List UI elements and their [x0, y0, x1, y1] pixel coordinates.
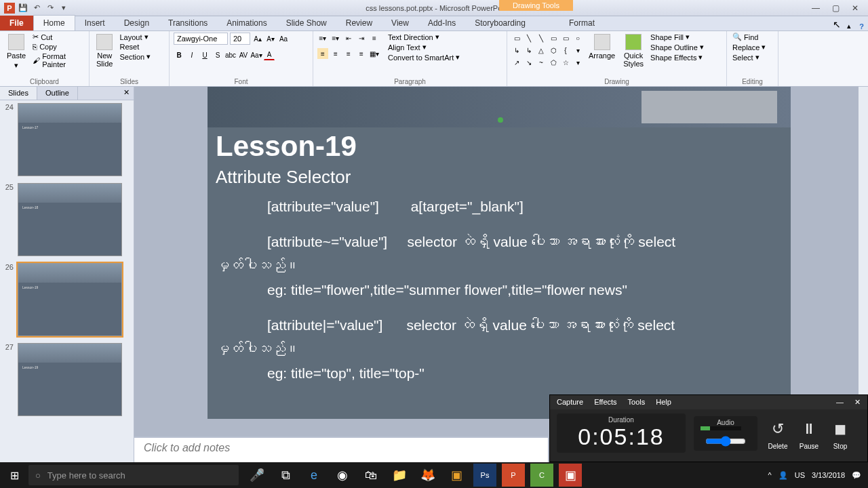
slide-title[interactable]: Lesson-19: [208, 127, 791, 165]
chrome-icon[interactable]: ◉: [331, 464, 354, 487]
store-icon[interactable]: 🛍: [359, 464, 382, 487]
tab-view[interactable]: View: [382, 16, 418, 30]
tab-transitions[interactable]: Transitions: [159, 16, 217, 30]
shape-fill-button[interactable]: Shape Fill ▾: [649, 33, 705, 41]
slide-canvas[interactable]: Lesson-19 Attribute Selector [attribute=…: [208, 87, 791, 419]
help-icon[interactable]: ?: [855, 22, 868, 30]
slide-thumbnail[interactable]: 24 Lesson-17: [3, 103, 131, 176]
redo-icon[interactable]: ↷: [45, 3, 56, 14]
columns-icon[interactable]: ▦▾: [369, 48, 380, 59]
shapes-gallery[interactable]: ▭╲╲▭▭○ ↳↳△⬡{▾ ↗↘~⬠☆▾: [511, 33, 583, 68]
tray-chevron-icon[interactable]: ^: [768, 471, 772, 479]
slide-thumbnail[interactable]: 27 Lesson-19: [3, 343, 131, 416]
slide-body-text[interactable]: [attribute="value"] a[target="_blank"] […: [208, 195, 791, 386]
tab-review[interactable]: Review: [336, 16, 382, 30]
recorder-close-icon[interactable]: ✕: [854, 398, 861, 407]
quick-styles-button[interactable]: Quick Styles: [620, 33, 646, 69]
shape-outline-button[interactable]: Shape Outline ▾: [649, 43, 705, 52]
tab-addins[interactable]: Add-Ins: [418, 16, 465, 30]
tab-home[interactable]: Home: [33, 15, 75, 30]
cortana-mic-icon[interactable]: 🎤: [245, 464, 269, 487]
recorder-menu-tools[interactable]: Tools: [628, 398, 646, 407]
shape-icon[interactable]: ▭: [511, 33, 522, 43]
text-direction-button[interactable]: Text Direction ▾: [387, 33, 461, 41]
shape-effects-button[interactable]: Shape Effects ▾: [649, 53, 705, 62]
underline-icon[interactable]: U: [199, 49, 210, 60]
minimize-button[interactable]: —: [812, 3, 820, 13]
rotate-handle[interactable]: [498, 117, 503, 123]
edge-icon[interactable]: e: [302, 464, 326, 487]
font-color-icon[interactable]: A: [264, 49, 275, 60]
recorder-menu-effects[interactable]: Effects: [594, 398, 616, 407]
section-button[interactable]: Section ▾: [118, 52, 152, 61]
photoshop-icon[interactable]: Ps: [473, 464, 496, 487]
format-painter-button[interactable]: 🖌Format Painter: [31, 52, 85, 68]
align-left-icon[interactable]: ≡: [317, 48, 328, 59]
task-view-icon[interactable]: ⧉: [274, 464, 297, 487]
powerpoint-icon[interactable]: P: [502, 464, 525, 487]
spacing-icon[interactable]: AV: [238, 49, 249, 60]
tray-ime-icon[interactable]: US: [795, 471, 805, 479]
arrange-button[interactable]: Arrange: [586, 33, 618, 61]
close-button[interactable]: ✕: [852, 3, 859, 13]
ribbon-minimize-icon[interactable]: ▴: [843, 22, 855, 30]
undo-icon[interactable]: ↶: [31, 3, 42, 14]
tray-clock[interactable]: 3/13/2018: [812, 471, 845, 479]
explorer-icon[interactable]: 📁: [388, 464, 411, 487]
strike-icon[interactable]: S: [212, 49, 223, 60]
bold-icon[interactable]: B: [174, 49, 184, 60]
audio-slider[interactable]: [705, 436, 746, 447]
replace-button[interactable]: Replace ▾: [731, 43, 767, 52]
line-spacing-icon[interactable]: ≡: [369, 33, 380, 43]
recorder-minimize-icon[interactable]: —: [836, 398, 844, 407]
slide-subtitle[interactable]: Attribute Selector: [208, 165, 791, 195]
outline-tab[interactable]: Outline: [37, 87, 78, 100]
tab-file[interactable]: File: [0, 16, 33, 30]
tab-design[interactable]: Design: [115, 16, 159, 30]
clear-format-icon[interactable]: Aa: [278, 33, 289, 44]
recorder-menu-capture[interactable]: Capture: [557, 398, 583, 407]
bullets-icon[interactable]: ≡▾: [317, 33, 328, 43]
font-size-combo[interactable]: [230, 33, 250, 45]
find-button[interactable]: 🔍 Find: [731, 33, 767, 41]
slide-thumbnail[interactable]: 26 Lesson-19: [3, 263, 131, 336]
align-text-button[interactable]: Align Text ▾: [387, 43, 461, 52]
select-button[interactable]: Select ▾: [731, 53, 767, 62]
font-name-combo[interactable]: [174, 33, 228, 45]
recorder-stop-button[interactable]: ◼Stop: [828, 417, 852, 450]
numbering-icon[interactable]: ≡▾: [330, 33, 341, 43]
cut-button[interactable]: ✂Cut: [31, 33, 85, 41]
camtasia-icon[interactable]: C: [530, 464, 553, 487]
tab-animations[interactable]: Animations: [217, 16, 276, 30]
start-button[interactable]: ⊞: [0, 462, 28, 488]
taskbar-search[interactable]: ○ Type here to search: [28, 465, 239, 485]
recorder-pause-button[interactable]: ⏸Pause: [797, 417, 821, 450]
convert-smartart-button[interactable]: Convert to SmartArt ▾: [387, 53, 461, 62]
italic-icon[interactable]: I: [186, 49, 197, 60]
app-icon[interactable]: ▣: [559, 464, 582, 487]
tab-slide-show[interactable]: Slide Show: [277, 16, 336, 30]
notes-pane[interactable]: Click to add notes: [134, 436, 548, 462]
paste-button[interactable]: Paste▾: [4, 33, 28, 71]
align-right-icon[interactable]: ≡: [343, 48, 354, 59]
firefox-icon[interactable]: 🦊: [416, 464, 439, 487]
reset-button[interactable]: Reset: [118, 43, 152, 51]
new-slide-button[interactable]: New Slide: [94, 33, 115, 69]
slides-tab[interactable]: Slides: [0, 87, 37, 100]
increase-font-icon[interactable]: A▴: [252, 33, 263, 44]
layout-button[interactable]: Layout ▾: [118, 33, 152, 41]
tab-storyboarding[interactable]: Storyboarding: [465, 16, 535, 30]
copy-button[interactable]: ⎘Copy: [31, 43, 85, 51]
panel-close-icon[interactable]: ✕: [119, 87, 134, 100]
decrease-font-icon[interactable]: A▾: [265, 33, 276, 44]
save-icon[interactable]: 💾: [18, 3, 28, 14]
tab-insert[interactable]: Insert: [75, 16, 115, 30]
sublime-icon[interactable]: ▣: [445, 464, 468, 487]
tab-format[interactable]: Format: [559, 16, 604, 30]
tray-notification-icon[interactable]: 💬: [852, 471, 861, 480]
tray-people-icon[interactable]: 👤: [778, 471, 788, 480]
increase-indent-icon[interactable]: ⇥: [356, 33, 367, 43]
shadow-icon[interactable]: abc: [225, 49, 236, 60]
decrease-indent-icon[interactable]: ⇤: [343, 33, 354, 43]
justify-icon[interactable]: ≡: [356, 48, 367, 59]
